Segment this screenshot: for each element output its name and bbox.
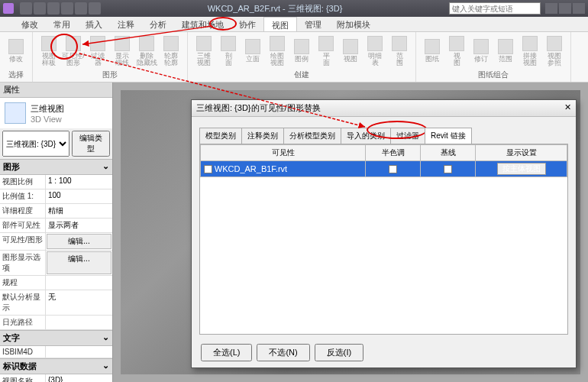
props-row[interactable]: ISBIM4D [0, 346, 112, 358]
ribbon-button[interactable]: 图纸 [421, 39, 444, 63]
ribbon-group: 图纸视图修订范围拼接视图视图参照图纸组合 [416, 32, 571, 82]
search-input[interactable] [449, 2, 541, 15]
type-selector[interactable]: 三维视图 3D View [0, 98, 112, 128]
qat-more-icon[interactable] [89, 2, 101, 15]
qat-print-icon[interactable] [75, 2, 87, 15]
menu-tab-2[interactable]: 插入 [78, 17, 110, 31]
ribbon-button[interactable]: 平面 [315, 36, 338, 66]
ribbon-button[interactable]: 修订 [470, 39, 493, 63]
menu-tab-8[interactable]: 管理 [297, 17, 329, 31]
underlay-checkbox[interactable] [444, 165, 452, 173]
view-selector[interactable]: 三维视图: {3D} [2, 131, 69, 157]
ribbon-icon [245, 39, 260, 54]
qat-open-icon[interactable] [20, 2, 32, 15]
ribbon-button[interactable]: 图例 [290, 39, 313, 63]
menu-tab-7[interactable]: 视图 [263, 17, 297, 31]
dialog-body: 可见性半色调基线显示设置 WKCD_AR_B1F.rvt 按主体视图 [199, 144, 568, 335]
props-row[interactable]: 规程 [0, 276, 112, 290]
column-header: 半色调 [366, 145, 421, 161]
props-row[interactable]: 比例值 1:100 [0, 189, 112, 204]
ribbon-button[interactable]: 视图样板 [37, 36, 60, 66]
ribbon-icon [270, 36, 285, 51]
qat-redo-icon[interactable] [61, 2, 73, 15]
links-table: 可见性半色调基线显示设置 WKCD_AR_B1F.rvt 按主体视图 [200, 144, 567, 177]
props-row[interactable]: 部件可见性显示两者 [0, 219, 112, 233]
ribbon-icon [8, 39, 24, 54]
dialog-titlebar[interactable]: 三维视图: {3D}的可见性/图形替换 ✕ [192, 100, 576, 117]
ribbon-button[interactable]: 可见性/图形 [62, 36, 85, 66]
menu-tab-3[interactable]: 注释 [110, 17, 142, 31]
maximize-icon[interactable] [573, 3, 585, 14]
invert-selection-button[interactable]: 反选(I) [315, 344, 363, 361]
ribbon-icon [449, 36, 464, 51]
dialog-close-icon[interactable]: ✕ [564, 102, 571, 114]
ribbon-button[interactable]: 范围 [494, 39, 517, 63]
ribbon-icon [473, 39, 489, 54]
minimize-icon[interactable] [559, 3, 571, 14]
qat-save-icon[interactable] [34, 2, 46, 15]
props-row[interactable]: 视图比例1 : 100 [0, 175, 112, 189]
dialog-footer: 全选(L) 不选(N) 反选(I) [192, 344, 576, 361]
edit-type-button[interactable]: 编辑类型 [72, 131, 110, 157]
ribbon-icon [196, 36, 212, 51]
ribbon-button[interactable]: 显示细线 [111, 36, 134, 66]
table-row[interactable]: WKCD_AR_B1F.rvt 按主体视图 [201, 161, 567, 177]
dialog-tab[interactable]: Revit 链接 [425, 128, 472, 144]
ribbon-button[interactable]: 范围 [388, 36, 411, 66]
ribbon-icon [115, 36, 130, 51]
ribbon-tabs: 修改常用插入注释分析建筑和场地协作视图管理附加模块 [0, 17, 588, 32]
menu-tab-1[interactable]: 常用 [46, 17, 78, 31]
dialog-tab[interactable]: 模型类别 [199, 128, 242, 144]
dialog-tab[interactable]: 过滤器 [390, 128, 425, 144]
props-row[interactable]: 详细程度精细 [0, 204, 112, 219]
props-row[interactable]: 可见性/图形编辑... [0, 233, 112, 251]
ribbon-button[interactable]: 视图参照 [543, 36, 566, 66]
ribbon-button[interactable]: 三维视图 [192, 36, 215, 66]
ribbon-group-name: 创建 [192, 68, 411, 80]
ribbon-group: 三维视图剖面立面绘图视图图例平面视图明细表范围创建 [188, 32, 416, 82]
ribbon-icon [343, 39, 358, 54]
props-row[interactable]: 日光路径 [0, 316, 112, 330]
ribbon-icon [41, 36, 57, 51]
visibility-checkbox[interactable] [204, 165, 212, 173]
window-title: WKCD_AR_B2F.rvt - 三维视图: {3D} [101, 3, 449, 15]
ribbon-button[interactable]: 轮廓轮廓 [160, 36, 183, 66]
ribbon-group-name: 图形 [37, 68, 183, 80]
props-section-header[interactable]: 标识数据⌄ [0, 358, 112, 374]
help-icon[interactable] [545, 3, 557, 14]
ribbon-icon [294, 39, 309, 54]
dialog-tab[interactable]: 导入的类别 [341, 128, 391, 144]
halftone-checkbox[interactable] [389, 165, 397, 173]
ribbon-button[interactable]: 删除隐藏线 [135, 36, 158, 66]
props-row[interactable]: 图形显示选项编辑... [0, 251, 112, 276]
dialog-tab[interactable]: 分析模型类别 [283, 128, 341, 144]
qat-undo-icon[interactable] [47, 2, 60, 15]
quick-access-toolbar [20, 2, 101, 15]
menu-tab-0[interactable]: 修改 [14, 17, 46, 31]
props-section-header[interactable]: 图形⌄ [0, 159, 112, 175]
ribbon-button[interactable]: 剖面 [217, 36, 240, 66]
ribbon-button[interactable]: 修改 [5, 39, 27, 63]
select-none-button[interactable]: 不选(N) [257, 344, 309, 361]
props-row[interactable]: 视图名称{3D} [0, 374, 112, 382]
ribbon-button[interactable]: 明细表 [363, 36, 386, 66]
ribbon-button[interactable]: 立面 [241, 39, 264, 63]
menu-tab-9[interactable]: 附加模块 [329, 17, 378, 31]
ribbon-button[interactable]: 绘图视图 [266, 36, 289, 66]
menu-tab-5[interactable]: 建筑和场地 [174, 17, 231, 31]
select-all-button[interactable]: 全选(L) [201, 344, 252, 361]
properties-header: 属性 [0, 83, 112, 98]
menu-tab-4[interactable]: 分析 [142, 17, 174, 31]
props-row[interactable]: 默认分析显示无 [0, 290, 112, 316]
ribbon-button[interactable]: 拼接视图 [519, 36, 541, 66]
ribbon-button[interactable]: 视图 [445, 36, 468, 66]
ribbon-group-name: 图纸组合 [421, 68, 566, 80]
link-name: WKCD_AR_B1F.rvt [215, 164, 287, 173]
dialog-tab[interactable]: 注释类别 [241, 128, 284, 144]
menu-tab-6[interactable]: 协作 [231, 17, 263, 31]
ribbon-button[interactable]: 过滤器 [86, 36, 109, 66]
ribbon-button[interactable]: 视图 [339, 39, 362, 63]
props-section-header[interactable]: 文字⌄ [0, 330, 112, 346]
display-settings-button[interactable]: 按主体视图 [497, 163, 546, 175]
app-icon[interactable] [3, 3, 14, 14]
